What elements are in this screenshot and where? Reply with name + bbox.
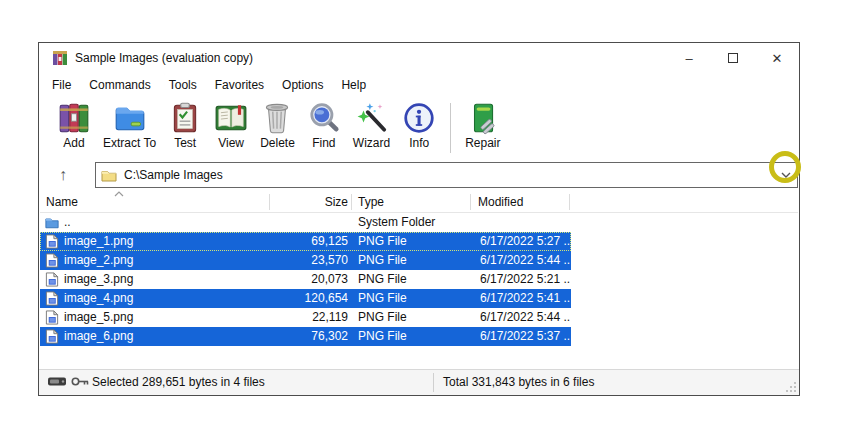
column-header-type[interactable]: Type bbox=[358, 191, 384, 213]
extract-to-folder-icon bbox=[113, 101, 147, 135]
row-type: System Folder bbox=[358, 213, 473, 232]
toolbar-button-wizard[interactable]: Wizard bbox=[347, 100, 396, 151]
row-type: PNG File bbox=[358, 327, 473, 346]
image-file-icon bbox=[45, 329, 59, 344]
chevron-down-icon bbox=[781, 172, 791, 178]
statusbar-total-text: Total 331,843 bytes in 6 files bbox=[443, 370, 594, 395]
key-icon[interactable] bbox=[70, 375, 90, 388]
toolbar-label: Info bbox=[409, 136, 429, 150]
toolbar-label: View bbox=[218, 136, 244, 150]
menubar: File Commands Tools Favorites Options He… bbox=[39, 73, 799, 97]
row-type: PNG File bbox=[358, 270, 473, 289]
row-modified: 6/17/2022 5:44 ... bbox=[480, 308, 570, 327]
column-header-modified[interactable]: Modified bbox=[478, 191, 523, 213]
toolbar-separator bbox=[450, 103, 451, 153]
row-type: PNG File bbox=[358, 232, 473, 251]
up-arrow-icon: ↑ bbox=[59, 166, 67, 184]
address-combobox[interactable]: C:\Sample Images bbox=[95, 162, 798, 188]
row-name: .. bbox=[64, 213, 264, 232]
status-bar: Selected 289,651 bytes in 4 files Total … bbox=[39, 369, 799, 395]
toolbar-button-extract-to[interactable]: Extract To bbox=[97, 100, 162, 151]
row-type: PNG File bbox=[358, 308, 473, 327]
image-file-icon bbox=[45, 253, 59, 268]
column-divider[interactable] bbox=[470, 194, 471, 210]
close-button[interactable]: ✕ bbox=[755, 43, 799, 73]
view-book-icon bbox=[214, 101, 248, 135]
list-rows: .. System Folder image_1.png 69,125 PNG … bbox=[40, 213, 798, 346]
image-file-icon bbox=[45, 234, 59, 249]
row-name: image_4.png bbox=[64, 289, 264, 308]
resize-grip[interactable] bbox=[785, 381, 797, 393]
titlebar[interactable]: Sample Images (evaluation copy) – ✕ bbox=[39, 43, 799, 73]
image-file-icon bbox=[45, 291, 59, 306]
close-icon: ✕ bbox=[772, 51, 783, 66]
minimize-button[interactable]: – bbox=[667, 43, 711, 73]
toolbar-button-test[interactable]: Test bbox=[162, 100, 208, 151]
row-type: PNG File bbox=[358, 289, 473, 308]
disk-icon[interactable] bbox=[47, 375, 67, 388]
row-size: 120,654 bbox=[270, 289, 348, 308]
row-size: 23,570 bbox=[270, 251, 348, 270]
row-size: 20,073 bbox=[270, 270, 348, 289]
image-file-icon bbox=[45, 272, 59, 287]
row-modified: 6/17/2022 5:27 ... bbox=[480, 232, 570, 251]
toolbar-button-info[interactable]: Info bbox=[396, 100, 442, 151]
address-dropdown-button[interactable] bbox=[774, 163, 797, 187]
column-divider[interactable] bbox=[269, 194, 270, 210]
toolbar-button-find[interactable]: Find bbox=[301, 100, 347, 151]
menu-commands[interactable]: Commands bbox=[80, 73, 159, 97]
list-row-image-2[interactable]: image_2.png 23,570 PNG File 6/17/2022 5:… bbox=[40, 251, 571, 270]
address-path: C:\Sample Images bbox=[124, 168, 223, 182]
row-name: image_5.png bbox=[64, 308, 264, 327]
row-modified: 6/17/2022 5:21 ... bbox=[480, 270, 570, 289]
row-type: PNG File bbox=[358, 251, 473, 270]
toolbar-button-add[interactable]: Add bbox=[51, 100, 97, 151]
list-row-image-4[interactable]: image_4.png 120,654 PNG File 6/17/2022 5… bbox=[40, 289, 571, 308]
statusbar-icons bbox=[47, 375, 90, 388]
folder-icon bbox=[101, 169, 117, 182]
row-size: 22,119 bbox=[270, 308, 348, 327]
image-file-icon bbox=[45, 310, 59, 325]
toolbar-label: Wizard bbox=[353, 136, 390, 150]
menu-tools[interactable]: Tools bbox=[160, 73, 206, 97]
winrar-window: Sample Images (evaluation copy) – ✕ File… bbox=[38, 42, 800, 396]
toolbar: Add Extract To Test bbox=[39, 97, 799, 159]
menu-options[interactable]: Options bbox=[273, 73, 332, 97]
desktop-background: Sample Images (evaluation copy) – ✕ File… bbox=[0, 0, 845, 438]
list-row-image-3[interactable]: image_3.png 20,073 PNG File 6/17/2022 5:… bbox=[40, 270, 571, 289]
row-modified: 6/17/2022 5:41 ... bbox=[480, 289, 570, 308]
add-archive-icon bbox=[57, 101, 91, 135]
list-header: Name Size Type Modified bbox=[40, 191, 798, 213]
maximize-button[interactable] bbox=[711, 43, 755, 73]
statusbar-divider bbox=[433, 373, 434, 392]
address-bar: ↑ C:\Sample Images bbox=[39, 159, 799, 191]
list-row-image-6[interactable]: image_6.png 76,302 PNG File 6/17/2022 5:… bbox=[40, 327, 571, 346]
row-size: 76,302 bbox=[270, 327, 348, 346]
list-row-parent-dir[interactable]: .. System Folder bbox=[40, 213, 571, 232]
statusbar-selected-text: Selected 289,651 bytes in 4 files bbox=[92, 370, 265, 395]
menu-help[interactable]: Help bbox=[332, 73, 375, 97]
row-name: image_2.png bbox=[64, 251, 264, 270]
column-divider[interactable] bbox=[569, 194, 570, 210]
column-header-size[interactable]: Size bbox=[270, 191, 348, 213]
toolbar-label: Repair bbox=[465, 136, 500, 150]
winrar-logo-icon bbox=[52, 50, 68, 66]
toolbar-button-repair[interactable]: Repair bbox=[459, 100, 506, 151]
menu-file[interactable]: File bbox=[43, 73, 80, 97]
menu-favorites[interactable]: Favorites bbox=[206, 73, 273, 97]
up-directory-button[interactable]: ↑ bbox=[49, 162, 77, 188]
column-divider[interactable] bbox=[351, 194, 352, 210]
row-modified: 6/17/2022 5:44 ... bbox=[480, 251, 570, 270]
window-controls: – ✕ bbox=[667, 43, 799, 73]
folder-up-icon bbox=[45, 215, 59, 230]
toolbar-button-delete[interactable]: Delete bbox=[254, 100, 301, 151]
toolbar-label: Test bbox=[174, 136, 196, 150]
info-circle-icon bbox=[402, 101, 436, 135]
row-name: image_1.png bbox=[64, 232, 264, 251]
toolbar-label: Delete bbox=[260, 136, 295, 150]
list-row-image-1[interactable]: image_1.png 69,125 PNG File 6/17/2022 5:… bbox=[40, 232, 571, 251]
column-header-name[interactable]: Name bbox=[46, 191, 78, 213]
toolbar-button-view[interactable]: View bbox=[208, 100, 254, 151]
list-row-image-5[interactable]: image_5.png 22,119 PNG File 6/17/2022 5:… bbox=[40, 308, 571, 327]
delete-trash-icon bbox=[260, 101, 294, 135]
